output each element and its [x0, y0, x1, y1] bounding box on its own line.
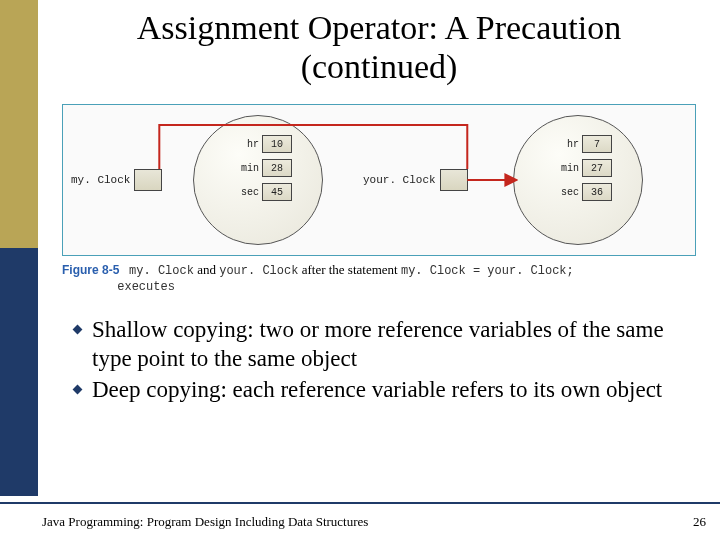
figure-text-b: after the statement: [298, 262, 401, 277]
bullet-1: Shallow copying: two or more reference v…: [74, 316, 692, 374]
obj2-sec-label: sec: [553, 187, 579, 198]
obj1-min-label: min: [233, 163, 259, 174]
slide-content: Assignment Operator: A Precaution (conti…: [38, 0, 720, 540]
figure-code-b: your. Clock: [219, 264, 298, 278]
figure-code-c: my. Clock = your. Clock;: [401, 264, 574, 278]
page-number: 26: [693, 514, 706, 530]
obj1-hr-val: 10: [262, 135, 292, 153]
bullet-2: Deep copying: each reference variable re…: [74, 376, 692, 405]
var-yourclock-label: your. Clock: [363, 174, 436, 186]
obj2-min-label: min: [553, 163, 579, 174]
obj1-hr-label: hr: [233, 139, 259, 150]
obj2-min-val: 27: [582, 159, 612, 177]
var-yourclock: your. Clock: [363, 169, 468, 191]
slide-title: Assignment Operator: A Precaution (conti…: [38, 0, 720, 86]
obj1-sec-label: sec: [233, 187, 259, 198]
footer: Java Programming: Program Design Includi…: [42, 514, 706, 530]
figure-label: Figure 8-5: [62, 263, 119, 277]
obj2-sec-val: 36: [582, 183, 612, 201]
object-1-fields: hr 10 min 28 sec 45: [233, 135, 292, 207]
figure-code-a: my. Clock: [129, 264, 194, 278]
bullet-list: Shallow copying: two or more reference v…: [74, 316, 692, 404]
figure-text-a: and: [194, 262, 219, 277]
var-myclock: my. Clock: [71, 169, 162, 191]
footer-divider: [0, 502, 720, 504]
obj2-hr-val: 7: [582, 135, 612, 153]
figure-frame: my. Clock your. Clock hr 10 min 28: [62, 104, 696, 256]
var-myclock-cell: [134, 169, 162, 191]
footer-text: Java Programming: Program Design Includi…: [42, 514, 368, 530]
obj2-hr-label: hr: [553, 139, 579, 150]
title-line-2: (continued): [301, 48, 458, 85]
object-2-fields: hr 7 min 27 sec 36: [553, 135, 612, 207]
var-myclock-label: my. Clock: [71, 174, 130, 186]
figure-text-c: executes: [117, 280, 175, 294]
obj1-sec-val: 45: [262, 183, 292, 201]
title-line-1: Assignment Operator: A Precaution: [137, 9, 621, 46]
figure-caption: Figure 8-5 my. Clock and your. Clock aft…: [38, 256, 720, 294]
obj1-min-val: 28: [262, 159, 292, 177]
figure-diagram: my. Clock your. Clock hr 10 min 28: [63, 105, 695, 255]
var-yourclock-cell: [440, 169, 468, 191]
side-accent: [0, 0, 38, 496]
